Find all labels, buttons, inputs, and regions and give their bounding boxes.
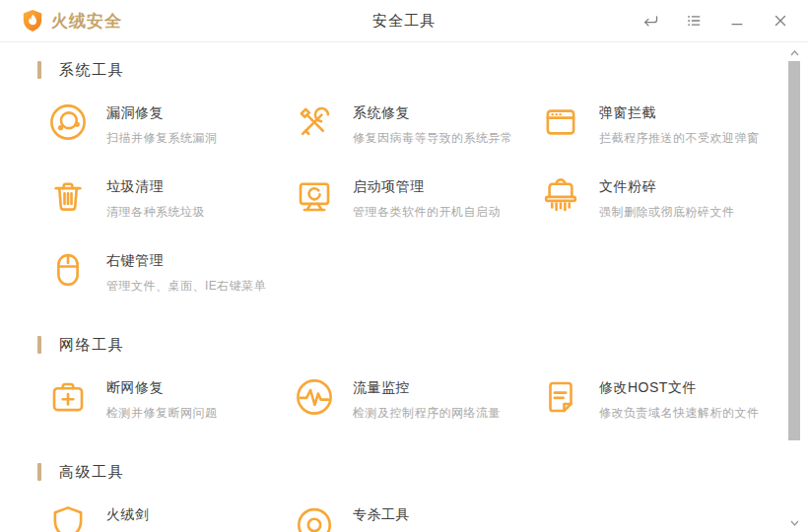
scroll-up-icon[interactable]	[789, 49, 799, 57]
tool-item[interactable]: 文件粉碎强制删除或彻底粉碎文件	[540, 175, 786, 249]
tool-item[interactable]: 垃圾清理清理各种系统垃圾	[47, 175, 294, 249]
tools-grid: 断网修复检测并修复断网问题流量监控检测及控制程序的网络流量修改HOST文件修改负…	[47, 376, 778, 450]
scroll-down-icon[interactable]	[789, 519, 799, 527]
tool-name: 断网修复	[106, 379, 218, 397]
tool-desc: 修复因病毒等导致的系统异常	[353, 130, 513, 147]
section: 高级工具火绒剑专杀工具	[37, 462, 778, 532]
tool-desc: 强制删除或彻底粉碎文件	[599, 204, 735, 221]
traffic-monitor-icon	[294, 376, 335, 418]
junk-clean-icon	[47, 175, 89, 217]
section: 系统工具漏洞修复扫描并修复系统漏洞系统修复修复因病毒等导致的系统异常弹窗拦截拦截…	[37, 60, 778, 323]
tool-name: 垃圾清理	[106, 178, 205, 196]
tool-name: 弹窗拦截	[599, 104, 760, 122]
tool-desc: 管理各类软件的开机自启动	[353, 204, 501, 221]
tool-desc: 清理各种系统垃圾	[106, 204, 205, 221]
host-file-icon	[540, 376, 581, 418]
scrollbar[interactable]	[788, 43, 800, 532]
section-title: 网络工具	[59, 336, 124, 355]
section-header: 系统工具	[37, 60, 778, 80]
right-click-manager-icon	[47, 249, 89, 291]
tool-desc: 修改负责域名快速解析的文件	[599, 405, 760, 422]
tool-name: 火绒剑	[106, 506, 150, 524]
tool-name: 右键管理	[106, 252, 266, 270]
startup-manager-icon	[294, 175, 335, 217]
tool-desc: 拦截程序推送的不受欢迎弹窗	[599, 130, 760, 147]
tool-name: 修改HOST文件	[599, 379, 760, 397]
window-controls	[640, 11, 790, 31]
popup-blocker-icon	[540, 101, 581, 143]
tool-item[interactable]: 右键管理管理文件、桌面、IE右键菜单	[47, 249, 294, 323]
section-accent-bar	[37, 61, 41, 79]
section-header: 高级工具	[37, 462, 778, 482]
app-brand: 火绒安全	[22, 9, 122, 33]
tool-item[interactable]: 系统修复修复因病毒等导致的系统异常	[294, 101, 540, 175]
section-header: 网络工具	[37, 335, 778, 355]
tool-name: 启动项管理	[353, 178, 501, 196]
section-accent-bar	[37, 463, 41, 481]
section: 网络工具断网修复检测并修复断网问题流量监控检测及控制程序的网络流量修改HOST文…	[37, 335, 778, 450]
close-icon[interactable]	[771, 11, 790, 31]
minimize-icon[interactable]	[727, 11, 747, 31]
list-menu-icon[interactable]	[684, 11, 704, 31]
tool-item[interactable]: 断网修复检测并修复断网问题	[47, 376, 294, 450]
tool-item[interactable]: 修改HOST文件修改负责域名快速解析的文件	[540, 376, 786, 450]
tool-item[interactable]: 流量监控检测及控制程序的网络流量	[294, 376, 540, 450]
scrollbar-thumb[interactable]	[788, 61, 800, 440]
tool-name: 系统修复	[353, 104, 513, 122]
titlebar: 火绒安全 安全工具	[0, 0, 808, 42]
app-name: 火绒安全	[51, 10, 122, 33]
tool-name: 文件粉碎	[599, 178, 735, 196]
huorong-shield-flame-logo-icon	[22, 9, 43, 33]
vulnerability-fix-icon	[47, 101, 89, 143]
tool-desc: 检测及控制程序的网络流量	[353, 405, 501, 422]
back-arrow-icon[interactable]	[640, 11, 660, 31]
tool-name: 专杀工具	[353, 506, 410, 524]
system-repair-icon	[294, 101, 335, 143]
tool-desc: 扫描并修复系统漏洞	[106, 130, 218, 147]
tool-item[interactable]: 启动项管理管理各类软件的开机自启动	[294, 175, 540, 249]
tools-grid: 漏洞修复扫描并修复系统漏洞系统修复修复因病毒等导致的系统异常弹窗拦截拦截程序推送…	[47, 101, 778, 323]
tool-name: 流量监控	[353, 379, 501, 397]
tool-desc: 管理文件、桌面、IE右键菜单	[106, 278, 266, 295]
tool-item[interactable]: 火绒剑	[47, 503, 294, 532]
tools-grid: 火绒剑专杀工具	[47, 503, 778, 532]
sections: 系统工具漏洞修复扫描并修复系统漏洞系统修复修复因病毒等导致的系统异常弹窗拦截拦截…	[37, 60, 778, 532]
tools-page: 系统工具漏洞修复扫描并修复系统漏洞系统修复修复因病毒等导致的系统异常弹窗拦截拦截…	[0, 42, 808, 532]
hrsword-icon	[47, 503, 89, 532]
section-title: 高级工具	[59, 463, 124, 482]
tool-desc: 检测并修复断网问题	[106, 405, 218, 422]
tool-item[interactable]: 专杀工具	[294, 503, 540, 532]
section-title: 系统工具	[59, 61, 124, 80]
tool-item[interactable]: 漏洞修复扫描并修复系统漏洞	[47, 101, 294, 175]
tool-name: 漏洞修复	[106, 104, 218, 122]
special-kill-icon	[294, 503, 335, 532]
file-shredder-icon	[540, 175, 581, 217]
tool-item[interactable]: 弹窗拦截拦截程序推送的不受欢迎弹窗	[540, 101, 786, 175]
section-accent-bar	[37, 336, 41, 354]
network-repair-icon	[47, 376, 89, 418]
